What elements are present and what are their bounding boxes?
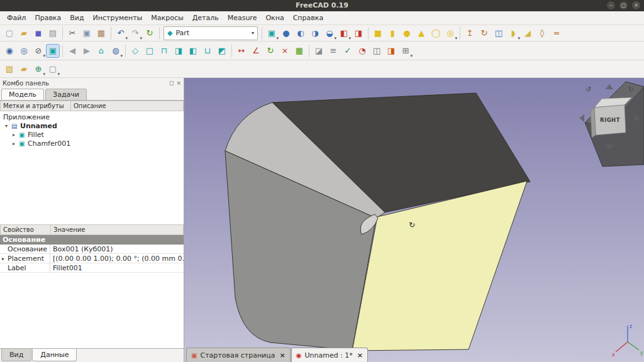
chamfer-icon[interactable]: ◢ <box>521 26 535 40</box>
property-group-base[interactable]: Основание <box>0 235 184 244</box>
workbench-selector[interactable]: ◆ Part ▾ <box>164 26 258 40</box>
tree-item-chamfer001[interactable]: ▸ ▣ Chamfer001 <box>0 139 184 148</box>
cube-primitive-icon[interactable]: ■ <box>371 26 385 40</box>
nav-back-icon[interactable]: ◀ <box>65 44 79 58</box>
close-tab-icon[interactable]: × <box>280 351 286 359</box>
paste-icon[interactable]: ▦ <box>94 26 108 40</box>
panel-close-icon[interactable]: × <box>176 80 181 86</box>
expander-icon[interactable]: ▸ <box>13 132 19 138</box>
measure-clear-icon[interactable]: × <box>278 44 292 58</box>
link-actions-icon[interactable]: ▢ ▾ <box>46 62 60 76</box>
shape-from-mesh-icon[interactable]: ▣ ▾ <box>265 26 279 40</box>
tree-header-labels[interactable]: Метки и атрибуты <box>0 101 70 111</box>
check-geometry-icon[interactable]: ✓ <box>341 44 355 58</box>
maximize-button[interactable]: □ <box>619 1 628 9</box>
selection-bbox-icon[interactable]: ▣ <box>46 44 60 58</box>
menu-macros[interactable]: Макросы <box>147 13 187 23</box>
print-icon[interactable]: ▤ <box>46 26 60 40</box>
rotate-left-icon[interactable]: ↺ <box>586 85 591 94</box>
draw-style-icon[interactable]: ⊘ ▾ <box>31 44 45 58</box>
tab-view[interactable]: Вид <box>1 349 31 361</box>
boolean-union-icon[interactable]: ◑ <box>308 26 322 40</box>
solid-sphere-icon[interactable]: ● <box>279 26 293 40</box>
menu-measure[interactable]: Measure <box>223 13 262 23</box>
menu-part[interactable]: Деталь <box>188 13 223 23</box>
navcube-face-label[interactable]: RIGHT <box>600 117 620 123</box>
mirror-icon[interactable]: ◫ <box>492 26 506 40</box>
refresh-icon[interactable]: ↻ <box>143 26 157 40</box>
clipping-plane-icon[interactable]: ⊞ ▾ <box>399 44 413 58</box>
fit-all-icon[interactable]: ◉ <box>3 44 16 58</box>
view-bottom-icon[interactable]: ⊔ <box>201 44 214 58</box>
view-rear-icon[interactable]: ◧ <box>186 44 200 58</box>
property-value[interactable]: Fillet001 <box>50 264 184 272</box>
revolve-icon[interactable]: ↻ <box>477 26 491 40</box>
extrude-icon[interactable]: ↥ <box>463 26 477 40</box>
new-document-icon[interactable]: ▢ <box>3 26 16 40</box>
open-folder-icon[interactable]: ▰ <box>17 26 31 40</box>
property-header-value[interactable]: Значение <box>50 224 184 235</box>
cylinder-primitive-icon[interactable]: ▮ <box>386 26 399 40</box>
tab-start-page[interactable]: ▣ Стартовая страница × <box>186 348 291 362</box>
close-button[interactable]: × <box>632 1 640 9</box>
view-front-icon[interactable]: □ <box>143 44 157 58</box>
fit-selection-icon[interactable]: ◎ <box>17 44 31 58</box>
sphere-primitive-icon[interactable]: ● <box>400 26 414 40</box>
create-group-icon[interactable]: ▰ <box>17 62 31 76</box>
loft-icon[interactable]: ◊ <box>535 26 549 40</box>
boolean-cut-icon[interactable]: ◐ <box>294 26 308 40</box>
sweep-icon[interactable]: ≈ <box>550 26 564 40</box>
view-left-icon[interactable]: ◩ <box>215 44 229 58</box>
menu-windows[interactable]: Окна <box>261 13 288 23</box>
3d-viewport[interactable]: ↻ ↺ ↻ RIGHT <box>184 78 644 362</box>
defeaturing-icon[interactable]: ◔ <box>355 44 369 58</box>
minimize-button[interactable]: – <box>607 1 615 9</box>
fillet-icon[interactable]: ◗ ▾ <box>506 26 520 40</box>
undo-icon[interactable]: ↶ ▾ <box>114 26 128 40</box>
cut-icon[interactable]: ✂ <box>65 26 79 40</box>
close-tab-icon[interactable]: × <box>357 351 363 359</box>
cone-primitive-icon[interactable]: ▲ <box>414 26 428 40</box>
torus-primitive-icon[interactable]: ◯ <box>429 26 443 40</box>
compound-icon[interactable]: ◧ ▾ <box>337 26 351 40</box>
tab-tasks[interactable]: Задачи <box>45 89 87 100</box>
property-row-label[interactable]: Label Fillet001 <box>0 263 184 273</box>
tree-root-application[interactable]: Приложение <box>0 112 184 121</box>
property-row-placement[interactable]: ▸ Placement [(0.00 0.00 1.00); 0.00 °; (… <box>0 254 184 263</box>
property-row-base[interactable]: Основание Box001 (Куб001) <box>0 244 184 254</box>
panel-float-icon[interactable]: ◻ <box>169 80 174 86</box>
boolean-common-icon[interactable]: ◒ ▾ <box>323 26 336 40</box>
measure-toggle-icon[interactable]: ▦ <box>292 44 306 58</box>
expander-icon[interactable]: ▸ <box>13 141 19 146</box>
thickness-icon[interactable]: ◫ <box>370 44 384 58</box>
tab-model[interactable]: Модель <box>1 89 44 100</box>
menu-help[interactable]: Справка <box>289 13 328 23</box>
nav-forward-icon[interactable]: ▶ <box>80 44 94 58</box>
property-header-name[interactable]: Свойство <box>0 224 50 235</box>
save-icon[interactable]: ◼ <box>31 26 45 40</box>
zoom-tools-icon[interactable]: ◍ ▾ <box>109 44 123 58</box>
measure-angular-icon[interactable]: ∠ <box>249 44 263 58</box>
redo-icon[interactable]: ↷ ▾ <box>128 26 142 40</box>
rotate-right-icon[interactable]: ↻ <box>628 85 634 94</box>
color-per-face-icon[interactable]: ◨ <box>384 44 398 58</box>
navcube-left-arrow[interactable] <box>579 114 584 122</box>
view-right-icon[interactable]: ◨ <box>172 44 186 58</box>
tree-item-fillet[interactable]: ▸ ▣ Fillet <box>0 130 184 139</box>
view-isometric-icon[interactable]: ◇ <box>128 44 142 58</box>
copy-icon[interactable]: ▣ <box>80 26 94 40</box>
menu-file[interactable]: Файл <box>3 13 30 23</box>
primitives-dialog-icon[interactable]: ◎ ▾ <box>443 26 457 40</box>
navcube-up-arrow[interactable] <box>606 84 613 89</box>
property-value[interactable]: [(0.00 0.00 1.00); 0.00 °; (0.00 mm 0.00… <box>50 255 184 263</box>
make-link-icon[interactable]: ⊕ ▾ <box>31 62 45 76</box>
tree-header-description[interactable]: Описание <box>70 101 184 111</box>
view-home-icon[interactable]: ⌂ <box>94 44 108 58</box>
menu-edit[interactable]: Правка <box>30 13 65 23</box>
menu-tools[interactable]: Инструменты <box>89 13 147 23</box>
section-icon[interactable]: ◪ <box>312 44 326 58</box>
tab-unnamed-document[interactable]: ◉ Unnamed : 1* × <box>291 348 368 362</box>
create-part-icon[interactable]: ▧ <box>3 62 16 76</box>
view-top-icon[interactable]: ⊓ <box>157 44 171 58</box>
boolean-operation-icon[interactable]: ◨ <box>352 26 365 40</box>
